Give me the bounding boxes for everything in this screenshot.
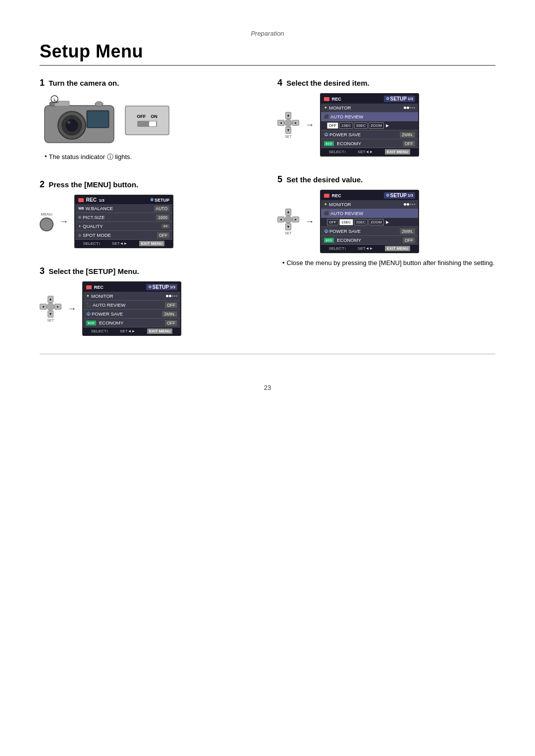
setup-row-powersave: ⏻ POWER SAVE 2MIN. xyxy=(83,310,180,319)
step-5-heading: 5 Set the desired value. xyxy=(277,174,495,185)
svg-text:1: 1 xyxy=(54,98,56,102)
monitor-star-icon: ✦ xyxy=(86,294,90,298)
power-switch xyxy=(137,121,157,127)
page-container: Preparation Setup Menu 1 Turn the camera… xyxy=(0,0,535,756)
step-2-block: 2 Press the [MENU] button. MENU → xyxy=(40,179,258,248)
dpad5-up: ▲ xyxy=(285,209,291,216)
rec-cam-icon xyxy=(78,198,84,202)
select-header: REC ⚙ SETUP 1/3 xyxy=(321,94,418,104)
step-2-arrow: → xyxy=(59,216,68,227)
setup-rec-icon xyxy=(86,285,92,289)
dpad5-center xyxy=(284,216,292,223)
page-title: Setup Menu xyxy=(40,41,495,62)
setvalue-footer: SELECT↕ SET◄► EXIT MENU xyxy=(321,245,418,252)
dpad-up: ▲ xyxy=(48,296,54,303)
set-label: SET xyxy=(47,319,54,322)
setvalue-header: REC ⚙ SETUP 1/3 xyxy=(321,191,418,200)
dpad4-up: ▲ xyxy=(285,112,291,119)
quality-icon: ✦ xyxy=(78,224,81,228)
step-3-text: Select the [SETUP] Menu. xyxy=(49,267,139,275)
step-4-heading: 4 Select the desired item. xyxy=(277,78,495,88)
grid-icon: ⊞ xyxy=(78,216,81,219)
step-1-text: Turn the camera on. xyxy=(49,79,119,87)
wb-icon: WB xyxy=(78,207,84,210)
step-5-number: 5 xyxy=(277,174,282,184)
dpad4-left: ◄ xyxy=(277,120,284,126)
svg-point-3 xyxy=(66,119,78,131)
dpad-step5: ▲ ▼ ◄ ► xyxy=(277,209,299,230)
eco-icon: ECO xyxy=(86,321,96,325)
off-on-detail: OFF ON xyxy=(125,106,169,135)
menu-row-wb: WB W.BALANCE AUTO xyxy=(75,204,172,213)
setup-setvalue-screen: REC ⚙ SETUP 1/3 ✦ MONITOR xyxy=(320,190,419,253)
dpad-right: ► xyxy=(54,304,61,310)
svg-rect-6 xyxy=(88,111,108,127)
step-4-number: 4 xyxy=(277,78,282,88)
menu-button-icon xyxy=(40,217,54,231)
svg-point-4 xyxy=(67,121,70,124)
setval-row-autoreview: ⬛ AUTO REVIEW xyxy=(321,209,418,218)
step-1-heading: 1 Turn the camera on. xyxy=(40,78,258,88)
step-2-illustration: MENU → REC 1/3 xyxy=(40,195,258,248)
step-3-illustration: ▲ ▼ ◄ ► SET → xyxy=(40,281,258,336)
category-label: Preparation xyxy=(40,30,495,37)
power-save-icon: ⏻ xyxy=(86,312,90,316)
step-1-number: 1 xyxy=(40,78,45,88)
monitor-dots xyxy=(166,295,177,297)
setup-select-screen: REC ⚙ SETUP 1/3 ✦ MONITOR xyxy=(320,93,419,157)
menu-row-pictsize: ⊞ PICT.SIZE 1600 xyxy=(75,213,172,222)
dpad-step4: ▲ ▼ ◄ ► xyxy=(277,112,299,134)
select-sub-options: OFF 1SEC 3SEC ZOOM ▶ xyxy=(321,121,418,130)
menu-row-spot: ◎ SPOT MODE OFF xyxy=(75,231,172,240)
step-2-heading: 2 Press the [MENU] button. xyxy=(40,179,258,190)
step-5-text: Set the desired value. xyxy=(286,175,363,184)
step-5-block: 5 Set the desired value. ▲ ▼ ◄ ► SET xyxy=(277,174,495,267)
step-3-number: 3 xyxy=(40,266,45,276)
dpad-step3: ▲ ▼ ◄ ► xyxy=(40,296,61,318)
step-1-illustration: 1 OFF ON xyxy=(40,93,258,148)
select-row-powersave: ⏻ POWER SAVE 2MIN. xyxy=(321,130,418,139)
dpad4-down: ▼ xyxy=(285,127,291,134)
select-row-monitor: ✦ MONITOR xyxy=(321,104,418,112)
step-2-text: Press the [MENU] button. xyxy=(49,180,138,189)
step-3-heading: 3 Select the [SETUP] Menu. xyxy=(40,266,258,276)
setup-menu-footer: SELECT↕ SET◄► EXIT MENU xyxy=(83,327,180,335)
setup-menu-screen: REC ⚙ SETUP 1/3 ✦ MONITOR xyxy=(82,281,181,336)
dpad4-center xyxy=(284,119,292,127)
spot-icon: ◎ xyxy=(78,233,81,237)
setup-row-monitor: ✦ MONITOR xyxy=(83,292,180,301)
title-divider xyxy=(40,65,495,66)
right-column: 4 Select the desired item. ▲ ▼ ◄ ► SET xyxy=(277,78,495,344)
setval-row-powersave: ⏻ POWER SAVE 2MIN. xyxy=(321,227,418,236)
step-4-text: Select the desired item. xyxy=(286,79,370,87)
autoreview-icon: ⬛ xyxy=(86,303,91,307)
step-5-arrow: → xyxy=(305,216,314,227)
camera-svg: 1 xyxy=(40,93,119,148)
dpad5-down: ▼ xyxy=(285,223,291,230)
menu-footer-rec: SELECT↕ SET◄► EXIT MENU xyxy=(75,240,172,247)
dpad5-right: ► xyxy=(292,216,299,222)
left-column: 1 Turn the camera on. xyxy=(40,78,258,344)
bottom-divider xyxy=(40,354,495,354)
page-number: 23 xyxy=(40,384,495,391)
setup-row-economy: ECO ECONOMY OFF xyxy=(83,319,180,327)
step-2-number: 2 xyxy=(40,179,45,189)
exit-button: EXIT MENU xyxy=(139,241,165,246)
select-row-autoreview: ⬛ AUTO REVIEW xyxy=(321,112,418,121)
dpad-left: ◄ xyxy=(40,304,47,310)
step-5-illustration: ▲ ▼ ◄ ► SET → xyxy=(277,190,495,253)
menu-header-rec: REC 1/3 ⚙ SETUP xyxy=(75,196,172,204)
status-indicator-note: • The status indicator ⓘ lights. xyxy=(45,153,258,162)
dpad5-left: ◄ xyxy=(277,216,284,222)
rec-menu-screen: REC 1/3 ⚙ SETUP WB W. xyxy=(74,195,173,248)
setval-sub-options: OFF 1SEC 3SEC ZOOM ▶ xyxy=(321,218,418,227)
dpad-center xyxy=(47,303,54,311)
two-col-layout: 1 Turn the camera on. xyxy=(40,78,495,344)
step-1-block: 1 Turn the camera on. xyxy=(40,78,258,162)
step-4-illustration: ▲ ▼ ◄ ► SET → xyxy=(277,93,495,157)
setup-exit-button: EXIT MENU xyxy=(147,328,173,334)
select-footer: SELECT↕ SET◄► EXIT MENU xyxy=(321,148,418,156)
select-row-economy: ECO ECONOMY OFF xyxy=(321,139,418,148)
setup-menu-header: REC ⚙ SETUP 1/3 xyxy=(83,282,180,292)
step-3-arrow: → xyxy=(67,304,76,314)
